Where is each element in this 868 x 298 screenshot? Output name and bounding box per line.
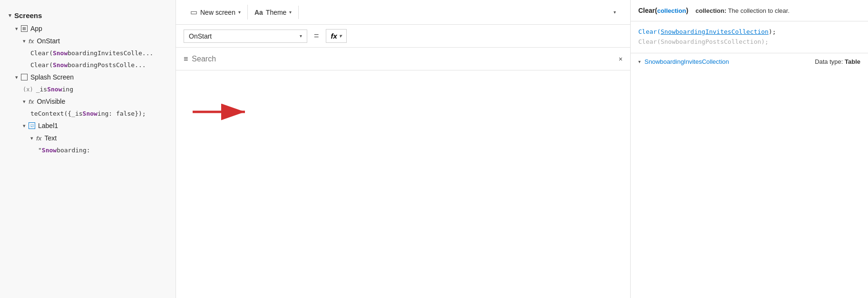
extra-chevron: ▾ [614, 10, 616, 15]
new-screen-chevron: ▾ [238, 10, 241, 15]
screens-label: Screens [14, 11, 42, 20]
is-snowing-prefix: (x) [23, 86, 33, 93]
text-item[interactable]: ▾ fx Text [0, 132, 176, 144]
formula-bar: OnStart ▾ = fx ▾ [176, 25, 630, 48]
screen-icon [21, 74, 28, 80]
splash-screen-item[interactable]: ▾ Splash Screen [0, 71, 176, 83]
app-item[interactable]: ▾ ⊞ App [0, 22, 176, 35]
theme-label: Theme [266, 9, 287, 16]
toolbar: ▭ New screen ▾ Aa Theme ▾ ▾ [176, 0, 630, 25]
code-line-2: Clear(SnowboardingPostsCollection); [638, 37, 860, 47]
right-panel-header: Clear(collection) collection: The collec… [631, 0, 868, 21]
new-screen-icon: ▭ [190, 8, 197, 17]
collection-row: ▾ SnowboardingInvitesCollection Data typ… [631, 53, 868, 70]
tecontext-item[interactable]: teContext({_isSnowing: false}); [0, 108, 176, 119]
code-line1-fn: Clear( [638, 28, 661, 35]
text-label: Text [45, 134, 57, 142]
onvisible-chevron: ▾ [23, 99, 26, 105]
screens-header[interactable]: ▾ Screens [0, 9, 176, 22]
fx-chevron: ▾ [339, 33, 341, 39]
clear-posts-item[interactable]: Clear(SnowboardingPostsColle... [0, 59, 176, 71]
code-line2-close: ); [761, 38, 769, 45]
splash-chevron: ▾ [15, 74, 18, 80]
screens-chevron: ▾ [9, 12, 11, 19]
snowboarding-item[interactable]: "Snowboarding: [0, 144, 176, 156]
onstart-item[interactable]: ▾ fx OnStart [0, 35, 176, 47]
app-chevron: ▾ [15, 26, 18, 32]
search-input[interactable] [192, 55, 614, 63]
onstart-label: OnStart [37, 37, 60, 45]
app-label: App [30, 25, 42, 32]
data-type-label: Data type: Table [815, 58, 860, 65]
collection-name: SnowboardingInvitesCollection [644, 58, 729, 65]
is-snowing-item[interactable]: (x) _isSnowing [0, 83, 176, 95]
clear-posts-text: Clear(SnowboardingPostsColle... [30, 61, 146, 69]
func-param: collection [657, 7, 686, 14]
code-line1-close: ); [769, 28, 776, 35]
code-line2-fn: Clear( [638, 38, 661, 45]
theme-button[interactable]: Aa Theme ▾ [248, 6, 299, 19]
new-screen-button[interactable]: ▭ New screen ▾ [184, 5, 248, 20]
onvisible-label: OnVisible [37, 98, 66, 105]
func-name: Clear( [638, 7, 657, 14]
fx-button[interactable]: fx ▾ [326, 29, 347, 43]
code-line-1: Clear(SnowboardingInvitesCollection); [638, 27, 860, 37]
label1-item[interactable]: ▾ ☑ Label1 [0, 119, 176, 132]
fx-icon-onvisible: fx [29, 98, 34, 105]
app-icon: ⊞ [21, 25, 28, 32]
text-chevron: ▾ [30, 135, 33, 141]
label1-icon: ☑ [29, 122, 35, 129]
search-bar: ≡ × [176, 48, 630, 70]
fx-icon-text: fx [36, 135, 42, 142]
label1-label: Label1 [38, 122, 58, 129]
snowboarding-text: "Snowboarding: [38, 147, 90, 154]
theme-chevron: ▾ [289, 10, 292, 15]
code-block: Clear(SnowboardingInvitesCollection); Cl… [631, 21, 868, 53]
formula-dropdown-value: OnStart [189, 32, 212, 40]
is-snowing-label: _isSnowing [36, 86, 73, 93]
code-line2-collection: SnowboardingPostsCollection [661, 38, 761, 45]
extra-dropdown-button[interactable]: ▾ [299, 7, 623, 18]
fx-label: fx [331, 32, 337, 40]
onstart-chevron: ▾ [23, 38, 26, 44]
formula-dropdown-chevron: ▾ [300, 33, 302, 39]
close-icon[interactable]: × [619, 55, 623, 63]
splash-screen-label: Splash Screen [30, 73, 74, 81]
hamburger-icon[interactable]: ≡ [184, 55, 188, 63]
code-line1-collection: SnowboardingInvitesCollection [661, 28, 769, 35]
clear-invites-item[interactable]: Clear(SnowboardingInvitesColle... [0, 47, 176, 59]
clear-invites-text: Clear(SnowboardingInvitesColle... [30, 50, 153, 57]
func-signature: Clear(collection) [638, 7, 688, 14]
collection-chevron: ▾ [638, 59, 641, 64]
tree-panel: ▾ Screens ▾ ⊞ App ▾ fx OnStart Clear(Sno… [0, 0, 176, 298]
fx-icon-onstart: fx [29, 38, 34, 45]
formula-dropdown[interactable]: OnStart ▾ [184, 30, 307, 43]
onvisible-item[interactable]: ▾ fx OnVisible [0, 95, 176, 108]
right-panel: Clear(collection) collection: The collec… [630, 0, 868, 298]
func-close: ) [686, 7, 688, 14]
new-screen-label: New screen [200, 9, 235, 16]
equals-sign: = [314, 31, 319, 41]
tecontext-text: teContext({_isSnowing: false}); [30, 110, 146, 117]
func-desc: collection: The collection to clear. [692, 7, 790, 14]
label1-chevron: ▾ [23, 123, 26, 129]
theme-icon: Aa [254, 9, 263, 16]
arrow [190, 100, 247, 124]
data-type-value: Table [845, 58, 860, 65]
